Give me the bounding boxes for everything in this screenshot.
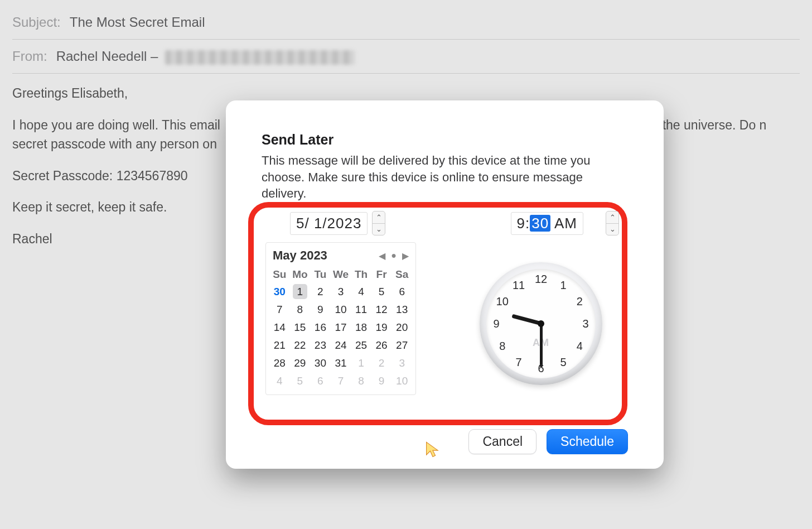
chevron-up-icon[interactable]: ⌃ [373,211,385,224]
calendar-day[interactable]: 4 [351,283,371,301]
calendar-day[interactable]: 6 [310,372,331,390]
time-block: 9:30 AM ⌃ ⌄ [511,211,619,235]
calendar-day[interactable]: 26 [371,336,392,354]
calendar-day[interactable]: 5 [371,283,392,301]
from-name: Rachel Needell – [56,49,158,64]
calendar-picker[interactable]: May 2023 ◀ ● ▶ SuMoTuWeThFrSa 3012345678… [265,242,416,395]
calendar-day[interactable]: 31 [331,354,351,372]
clock-number: 7 [511,356,526,369]
calendar-day[interactable]: 1 [351,354,371,372]
calendar-day[interactable]: 7 [269,301,290,319]
calendar-day[interactable]: 25 [351,336,371,354]
calendar-prev-icon[interactable]: ◀ [379,251,385,261]
clock-number: 2 [572,295,587,308]
clock-number: 9 [489,318,504,330]
clock-number: 11 [511,278,526,291]
calendar-weekday: Su [269,266,290,283]
from-email-redacted [165,50,355,65]
calendar-day[interactable]: 18 [351,319,371,336]
analog-clock[interactable]: AM 121234567891011 [480,262,602,385]
clock-number: 5 [556,356,571,369]
calendar-day[interactable]: 4 [269,372,290,390]
calendar-day[interactable]: 12 [371,301,392,319]
calendar-day[interactable]: 10 [392,372,412,390]
calendar-day[interactable]: 30 [310,354,331,372]
calendar-weekday: Sa [392,266,412,283]
calendar-day[interactable]: 21 [269,336,290,354]
calendar-day[interactable]: 11 [351,301,371,319]
calendar-weekday: We [331,266,351,283]
calendar-day[interactable]: 29 [290,354,311,372]
calendar-day[interactable]: 2 [371,354,392,372]
from-row: From: Rachel Needell – [12,40,800,74]
clock-number: 12 [534,273,548,286]
calendar-day[interactable]: 9 [310,301,331,319]
calendar-day[interactable]: 15 [290,319,311,336]
calendar-next-icon[interactable]: ▶ [402,251,409,261]
calendar-nav: ◀ ● ▶ [379,251,409,261]
calendar-day[interactable]: 8 [351,372,371,390]
date-input[interactable]: 5/ 1/2023 [290,212,368,235]
calendar-day[interactable]: 23 [310,336,331,354]
dialog-button-row: Cancel Schedule [468,429,628,454]
calendar-day[interactable]: 3 [331,283,351,301]
clock-number: 1 [556,278,571,291]
clock-number: 4 [572,340,587,353]
calendar-weekday: Th [351,266,371,283]
clock-number: 3 [578,318,593,330]
schedule-button[interactable]: Schedule [547,429,628,454]
time-input[interactable]: 9:30 AM [511,212,583,235]
calendar-day[interactable]: 20 [392,319,412,336]
subject-row: Subject: The Most Secret Email [12,6,800,40]
calendar-day[interactable]: 13 [392,301,412,319]
calendar-header: May 2023 ◀ ● ▶ [269,247,412,266]
date-block: 5/ 1/2023 ⌃ ⌄ [262,211,385,235]
subject-value[interactable]: The Most Secret Email [70,12,205,32]
dialog-title: Send Later [262,132,628,148]
clock-number: 10 [495,295,510,308]
dialog-description: This message will be delivered by this d… [262,152,628,202]
calendar-day[interactable]: 24 [331,336,351,354]
calendar-day[interactable]: 22 [290,336,311,354]
subject-label: Subject: [12,12,61,32]
clock-number: 6 [534,362,548,375]
calendar-day[interactable]: 16 [310,319,331,336]
time-minute[interactable]: 30 [530,215,550,232]
calendar-grid: SuMoTuWeThFrSa 3012345678910111213141516… [269,266,412,390]
calendar-day[interactable]: 30 [269,283,290,301]
time-ampm[interactable]: AM [554,215,577,232]
time-stepper[interactable]: ⌃ ⌄ [606,211,619,235]
datetime-row: 5/ 1/2023 ⌃ ⌄ 9:30 AM ⌃ ⌄ [262,211,619,235]
calendar-day[interactable]: 1 [290,283,311,301]
chevron-down-icon[interactable]: ⌄ [373,224,385,235]
clock-minute-hand[interactable] [540,324,543,367]
calendar-day[interactable]: 6 [392,283,412,301]
calendar-day[interactable]: 17 [331,319,351,336]
from-label: From: [12,46,47,66]
from-value[interactable]: Rachel Needell – [56,46,355,66]
time-hour[interactable]: 9 [517,215,525,232]
calendar-day[interactable]: 9 [371,372,392,390]
clock-center-pin [538,320,544,327]
clock-face: AM 121234567891011 [486,269,596,378]
calendar-day[interactable]: 2 [310,283,331,301]
calendar-title: May 2023 [273,248,327,263]
calendar-weekday: Tu [310,266,331,283]
calendar-day[interactable]: 5 [290,372,311,390]
calendar-day[interactable]: 10 [331,301,351,319]
calendar-day[interactable]: 27 [392,336,412,354]
cancel-button[interactable]: Cancel [468,429,536,454]
calendar-today-icon[interactable]: ● [391,251,397,261]
calendar-weekday: Fr [371,266,392,283]
calendar-day[interactable]: 7 [331,372,351,390]
calendar-weekday: Mo [290,266,311,283]
calendar-day[interactable]: 8 [290,301,311,319]
calendar-day[interactable]: 19 [371,319,392,336]
clock-hour-hand[interactable] [511,314,542,326]
chevron-down-icon[interactable]: ⌄ [606,224,618,235]
calendar-day[interactable]: 3 [392,354,412,372]
calendar-day[interactable]: 28 [269,354,290,372]
calendar-day[interactable]: 14 [269,319,290,336]
chevron-up-icon[interactable]: ⌃ [606,211,618,224]
date-stepper[interactable]: ⌃ ⌄ [372,211,385,235]
